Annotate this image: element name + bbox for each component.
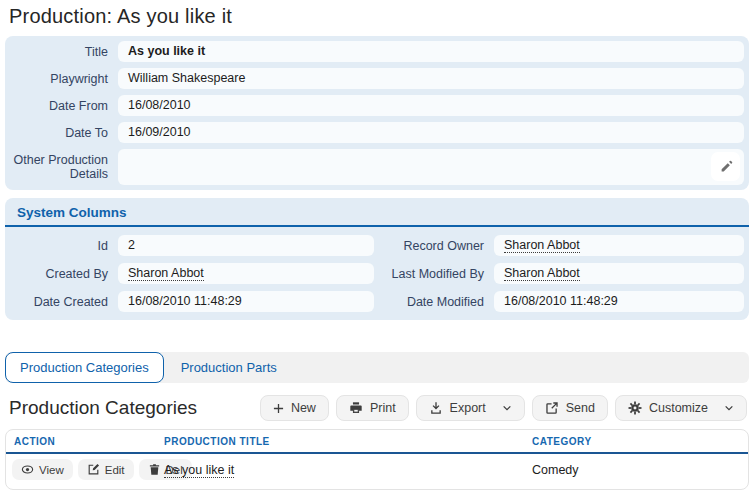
date-from-field-value: 16/08/2010 <box>118 95 744 116</box>
chevron-down-icon <box>502 403 512 413</box>
created-by-field-value: Sharon Abbot <box>118 263 374 284</box>
field-row-playwright: Playwright William Shakespeare <box>10 68 744 89</box>
column-header-category: CATEGORY <box>524 436 748 447</box>
view-button[interactable]: View <box>12 459 73 480</box>
new-button[interactable]: New <box>260 395 329 421</box>
new-button-label: New <box>291 401 316 415</box>
table-header-row: ACTION PRODUCTION TITLE CATEGORY <box>6 430 748 454</box>
created-by-link[interactable]: Sharon Abbot <box>128 266 204 281</box>
date-modified-field-value: 16/08/2010 11:48:29 <box>494 291 744 312</box>
production-title-link[interactable]: As you like it <box>164 463 234 478</box>
view-button-label: View <box>39 464 64 476</box>
other-details-field-value <box>118 149 744 185</box>
field-row-title: Title As you like it <box>10 41 744 62</box>
id-field-value: 2 <box>118 235 374 256</box>
category-cell: Comedy <box>524 463 748 477</box>
system-columns-title: System Columns <box>5 198 749 227</box>
send-button[interactable]: Send <box>532 395 608 421</box>
field-row-date-created: Date Created 16/08/2010 11:48:29 <box>10 291 374 312</box>
gear-icon <box>628 401 642 415</box>
last-modified-by-link[interactable]: Sharon Abbot <box>504 266 580 281</box>
production-categories-table: ACTION PRODUCTION TITLE CATEGORY View <box>5 429 749 490</box>
field-row-created-by: Created By Sharon Abbot <box>10 263 374 284</box>
field-label: Record Owner <box>380 235 494 256</box>
field-label: Date Created <box>10 291 118 312</box>
title-field-value: As you like it <box>118 41 744 62</box>
printer-icon <box>349 401 363 415</box>
page-title: Production: As you like it <box>9 5 754 28</box>
column-header-production-title: PRODUCTION TITLE <box>156 436 524 447</box>
field-label: Date To <box>10 122 118 143</box>
edit-button[interactable]: Edit <box>78 459 134 480</box>
subtable-tabs: Production Categories Production Parts <box>5 352 749 383</box>
system-columns-grid: Id 2 Created By Sharon Abbot Date Create… <box>5 235 749 312</box>
playwright-field-value: William Shakespeare <box>118 68 744 89</box>
send-button-label: Send <box>566 401 595 415</box>
print-button-label: Print <box>370 401 396 415</box>
column-header-action: ACTION <box>6 436 156 447</box>
field-label: Date From <box>10 95 118 116</box>
field-row-date-modified: Date Modified 16/08/2010 11:48:29 <box>380 291 744 312</box>
print-button[interactable]: Print <box>336 395 409 421</box>
edit-icon <box>87 463 100 476</box>
field-label: Title <box>10 41 118 62</box>
tab-production-parts[interactable]: Production Parts <box>164 352 294 383</box>
date-created-field-value: 16/08/2010 11:48:29 <box>118 291 374 312</box>
section-title: Production Categories <box>9 397 197 419</box>
system-columns-right: Record Owner Sharon Abbot Last Modified … <box>380 235 744 312</box>
production-details-panel: Title As you like it Playwright William … <box>5 36 749 190</box>
export-button-label: Export <box>450 401 486 415</box>
row-actions: View Edit Del <box>6 459 156 480</box>
date-to-field-value: 16/09/2010 <box>118 122 744 143</box>
customize-button-label: Customize <box>649 401 708 415</box>
field-label: Id <box>10 235 118 256</box>
field-label: Date Modified <box>380 291 494 312</box>
system-columns-left: Id 2 Created By Sharon Abbot Date Create… <box>10 235 374 312</box>
field-label: Created By <box>10 263 118 284</box>
edit-details-button[interactable] <box>711 152 740 181</box>
record-owner-link[interactable]: Sharon Abbot <box>504 238 580 253</box>
plus-icon <box>273 403 284 414</box>
section-header: Production Categories New Print <box>9 395 747 421</box>
field-row-date-from: Date From 16/08/2010 <box>10 95 744 116</box>
field-row-other-details: Other Production Details <box>10 149 744 185</box>
table-row: View Edit Del <box>6 454 748 489</box>
record-owner-field-value: Sharon Abbot <box>494 235 744 256</box>
chevron-down-icon <box>724 403 734 413</box>
customize-button[interactable]: Customize <box>615 395 747 421</box>
export-button[interactable]: Export <box>416 395 525 421</box>
system-columns-panel: System Columns Id 2 Created By Sharon Ab… <box>5 198 749 320</box>
export-icon <box>429 401 443 415</box>
field-label: Last Modified By <box>380 263 494 284</box>
last-modified-by-field-value: Sharon Abbot <box>494 263 744 284</box>
field-row-date-to: Date To 16/09/2010 <box>10 122 744 143</box>
field-row-id: Id 2 <box>10 235 374 256</box>
toolbar: New Print Export <box>260 395 747 421</box>
send-icon <box>545 401 559 415</box>
field-label: Other Production Details <box>10 149 118 185</box>
production-title-cell: As you like it <box>156 463 524 477</box>
pencil-icon <box>719 160 733 174</box>
edit-button-label: Edit <box>105 464 125 476</box>
field-row-last-modified-by: Last Modified By Sharon Abbot <box>380 263 744 284</box>
eye-icon <box>21 463 34 476</box>
tab-production-categories[interactable]: Production Categories <box>5 352 164 383</box>
field-row-record-owner: Record Owner Sharon Abbot <box>380 235 744 256</box>
field-label: Playwright <box>10 68 118 89</box>
